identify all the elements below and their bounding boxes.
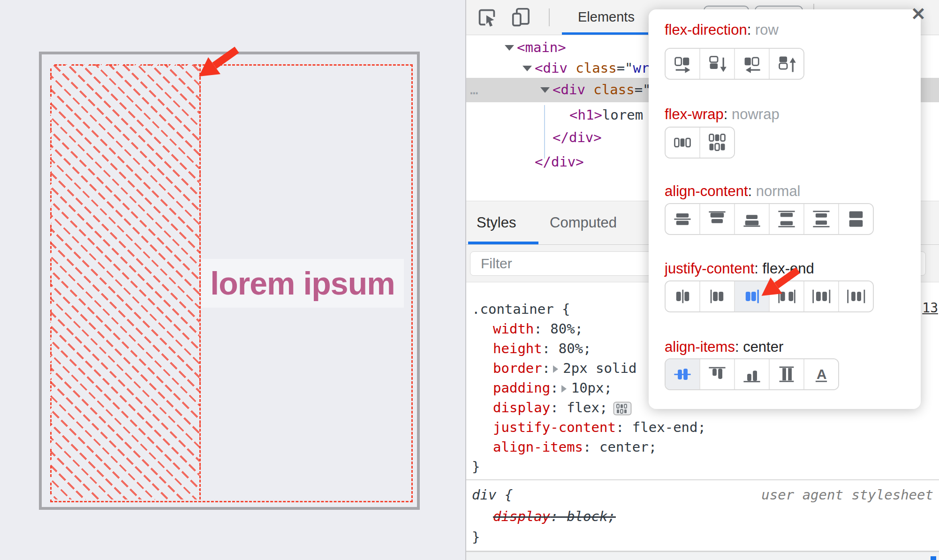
flex-direction-row-reverse-button[interactable] — [734, 49, 769, 79]
toolbar-divider — [549, 8, 550, 26]
close-icon[interactable]: ✕ — [911, 4, 926, 24]
align-content-space-between-button[interactable] — [769, 204, 803, 234]
flex-direction-column-button[interactable] — [699, 49, 734, 79]
align-items-flex-start-button[interactable] — [699, 359, 734, 389]
align-content-flex-end-button[interactable] — [734, 204, 769, 234]
flexbox-editor-popup: flex-direction: row flex-wrap: nowrap al… — [649, 9, 921, 409]
flex-direction-column-reverse-button[interactable] — [769, 49, 803, 79]
annotation-arrow-icon — [195, 46, 242, 79]
overflow-ellipsis[interactable]: … — [470, 82, 478, 98]
expand-arrow-icon[interactable] — [553, 365, 558, 373]
rule-selector[interactable]: .container { — [472, 301, 570, 317]
screenshot-root: lorem ipsum Elements ✕ — [0, 0, 939, 560]
decl-align-items[interactable]: align-items: center; — [493, 439, 657, 455]
decl-justify-content[interactable]: justify-content: flex-end; — [493, 419, 706, 435]
indent-guide — [544, 105, 545, 159]
tree-node-div-close-outer[interactable]: </div> — [535, 154, 584, 170]
flex-editor-badge-icon[interactable] — [613, 401, 632, 416]
flex-direction-options — [665, 48, 804, 80]
flex-wrap-label: flex-wrap: nowrap — [665, 106, 780, 123]
decl-width[interactable]: width: 80%; — [493, 321, 583, 337]
decl-display-block-overridden[interactable]: display: block; — [493, 508, 616, 524]
page-heading: lorem ipsum — [201, 259, 404, 308]
align-content-flex-start-button[interactable] — [699, 204, 734, 234]
styles-pane-footer — [466, 552, 939, 560]
align-items-center-button[interactable] — [666, 359, 699, 389]
css-rule-user-agent: div { user agent stylesheet display: blo… — [466, 480, 939, 552]
align-items-options: A — [665, 358, 839, 390]
decl-height[interactable]: height: 80%; — [493, 341, 591, 356]
decl-padding[interactable]: padding:10px; — [493, 380, 612, 396]
flex-direction-row-button[interactable] — [666, 49, 699, 79]
stylesheet-line-link[interactable]: 13 — [922, 300, 938, 316]
expand-triangle-icon[interactable] — [523, 66, 532, 71]
ua-rule-selector: div { — [472, 487, 513, 503]
expand-triangle-icon[interactable] — [540, 87, 550, 93]
align-content-center-button[interactable] — [666, 204, 699, 234]
align-content-label: align-content: normal — [665, 183, 801, 200]
inspect-element-icon[interactable] — [477, 7, 497, 28]
align-content-space-around-button[interactable] — [803, 204, 838, 234]
align-content-stretch-button[interactable] — [838, 204, 873, 234]
decl-border[interactable]: border:2px solid — [493, 360, 636, 376]
scroll-indicator — [931, 556, 936, 560]
tab-elements[interactable]: Elements — [578, 9, 635, 25]
justify-content-space-evenly-button[interactable] — [838, 281, 873, 311]
flex-overlay-free-space-hatch — [50, 64, 201, 499]
align-items-flex-end-button[interactable] — [734, 359, 769, 389]
stylesheet-origin-label: user agent stylesheet — [761, 487, 933, 503]
align-items-stretch-button[interactable] — [769, 359, 803, 389]
expand-triangle-icon[interactable] — [505, 45, 514, 51]
tree-node-main[interactable]: <main> — [517, 39, 566, 55]
flex-direction-label: flex-direction: row — [665, 22, 779, 38]
tab-computed[interactable]: Computed — [550, 214, 617, 231]
ua-rule-close-brace: } — [472, 529, 480, 545]
align-content-options — [665, 203, 874, 235]
tab-styles[interactable]: Styles — [477, 214, 516, 231]
rule-close-brace: } — [472, 459, 480, 475]
decl-display[interactable]: display: flex; — [493, 400, 632, 416]
styles-tab-underline — [468, 242, 538, 244]
flex-wrap-nowrap-button[interactable] — [666, 128, 699, 158]
filter-placeholder: Filter — [481, 256, 512, 272]
align-items-baseline-button[interactable]: A — [803, 359, 838, 389]
justify-content-space-around-button[interactable] — [803, 281, 838, 311]
justify-content-flex-start-button[interactable] — [699, 281, 734, 311]
flex-wrap-wrap-button[interactable] — [699, 128, 734, 158]
elements-tab-underline — [562, 32, 648, 35]
svg-text:A: A — [817, 366, 826, 382]
tree-node-div-close[interactable]: </div> — [553, 129, 602, 145]
expand-arrow-icon[interactable] — [561, 385, 567, 393]
align-items-label: align-items: center — [665, 339, 783, 356]
browser-viewport: lorem ipsum — [0, 0, 465, 560]
justify-content-center-button[interactable] — [666, 281, 699, 311]
device-toolbar-icon[interactable] — [510, 6, 532, 28]
annotation-arrow-icon — [757, 266, 803, 298]
flex-wrap-options — [665, 127, 735, 159]
